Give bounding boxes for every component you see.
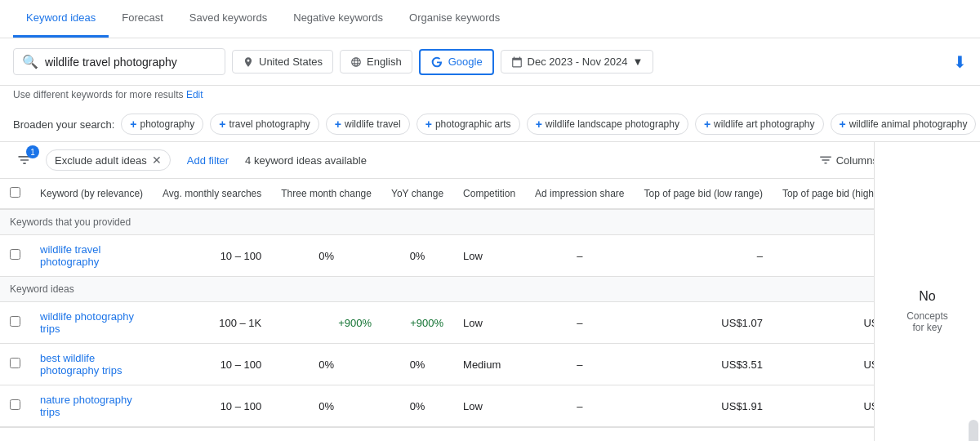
- section-provided-header: Keywords that you provided: [0, 209, 980, 235]
- row-checkbox-col[interactable]: [0, 385, 30, 427]
- three-month-cell: +900%: [271, 302, 381, 344]
- date-filter[interactable]: Dec 2023 - Nov 2024 ▼: [501, 50, 654, 74]
- header-bid-low[interactable]: Top of page bid (low range): [634, 179, 772, 209]
- chevron-down-icon: ▼: [632, 56, 643, 68]
- header-three-month[interactable]: Three month change: [271, 179, 381, 209]
- tab-organise-keywords[interactable]: Organise keywords: [396, 0, 513, 38]
- broaden-chip-label-6: wildlife animal photography: [849, 118, 968, 130]
- broaden-chip-0[interactable]: +photography: [121, 114, 203, 135]
- broaden-chip-label-3: photographic arts: [435, 118, 511, 130]
- keyword-cell: wildlife photography trips: [30, 302, 153, 344]
- calendar-icon: [511, 56, 523, 68]
- broaden-chip-5[interactable]: +wildlife art photography: [695, 114, 824, 135]
- yoy-cell: +900%: [381, 302, 453, 344]
- right-panel-title: No: [912, 289, 942, 304]
- plus-icon-0: +: [130, 118, 136, 131]
- plus-icon-6: +: [840, 118, 846, 131]
- top-nav: Keyword ideas Forecast Saved keywords Ne…: [0, 0, 980, 38]
- keyword-link[interactable]: wildlife photography trips: [40, 310, 134, 335]
- keyword-link[interactable]: wildlife travel photography: [40, 243, 100, 268]
- ad-impression-cell: –: [525, 385, 634, 427]
- right-panel-subtitle: Concepts for key: [900, 304, 955, 340]
- row-checkbox[interactable]: [10, 399, 20, 410]
- section-ideas-header: Keyword ideas: [0, 277, 980, 302]
- section-provided-label: Keywords that you provided: [0, 209, 980, 235]
- broaden-chip-2[interactable]: +wildlife travel: [326, 114, 410, 135]
- add-filter-button[interactable]: Add filter: [180, 151, 235, 170]
- download-button[interactable]: ⬇: [953, 52, 967, 72]
- google-icon: [430, 56, 443, 69]
- location-label: United States: [259, 56, 323, 68]
- broaden-chip-label-2: wildlife travel: [345, 118, 401, 130]
- broaden-chip-3[interactable]: +photographic arts: [416, 114, 520, 135]
- search-box[interactable]: 🔍: [13, 48, 225, 75]
- three-month-cell: 0%: [271, 344, 381, 385]
- columns-icon: [818, 153, 833, 167]
- header-keyword[interactable]: Keyword (by relevance): [30, 179, 153, 209]
- header-yoy[interactable]: YoY change: [381, 179, 453, 209]
- row-checkbox-col[interactable]: [0, 344, 30, 385]
- exclude-adult-close[interactable]: ✕: [152, 154, 162, 167]
- broaden-chip-label-1: travel photography: [229, 118, 310, 130]
- section-ideas-label: Keyword ideas: [0, 277, 980, 302]
- right-panel-text: for key: [912, 322, 942, 333]
- tab-forecast[interactable]: Forecast: [109, 0, 176, 38]
- table-container: Keyword (by relevance) Avg. monthly sear…: [0, 179, 980, 427]
- language-icon: [350, 56, 362, 68]
- table-row: wildlife photography trips 100 – 1K +900…: [0, 302, 980, 344]
- broaden-chip-1[interactable]: +travel photography: [210, 114, 319, 135]
- keyword-cell: nature photography trips: [30, 385, 153, 427]
- header-checkbox-col[interactable]: [0, 179, 30, 209]
- row-checkbox-col[interactable]: [0, 235, 30, 277]
- bid-low-cell: –: [634, 235, 772, 277]
- competition-cell: Low: [453, 385, 525, 427]
- row-checkbox-col[interactable]: [0, 302, 30, 344]
- header-competition[interactable]: Competition: [453, 179, 525, 209]
- tab-saved-keywords[interactable]: Saved keywords: [176, 0, 280, 38]
- right-panel-concepts: Concepts: [906, 310, 948, 322]
- competition-cell: Low: [453, 235, 525, 277]
- broaden-row: Broaden your search: +photography +trave…: [0, 107, 980, 142]
- columns-button[interactable]: Columns: [818, 153, 878, 167]
- header-avg-monthly[interactable]: Avg. monthly searches: [153, 179, 271, 209]
- language-label: English: [367, 56, 402, 68]
- hint-text: Use different keywords for more results: [13, 89, 184, 100]
- row-checkbox[interactable]: [10, 358, 20, 368]
- keyword-link[interactable]: best wildlife photography trips: [40, 352, 122, 376]
- row-checkbox[interactable]: [10, 316, 20, 327]
- row-checkbox[interactable]: [10, 249, 20, 260]
- broaden-chip-label-0: photography: [140, 118, 194, 130]
- keyword-cell: wildlife travel photography: [30, 235, 153, 277]
- tab-keyword-ideas[interactable]: Keyword ideas: [13, 0, 109, 38]
- filter-icon-badge: 1: [13, 149, 36, 172]
- keyword-cell: best wildlife photography trips: [30, 344, 153, 385]
- broaden-chip-label-4: wildlife landscape photography: [546, 118, 679, 130]
- plus-icon-2: +: [335, 118, 341, 131]
- three-month-cell: 0%: [271, 385, 381, 427]
- keyword-link[interactable]: nature photography trips: [40, 394, 132, 418]
- avg-monthly-cell: 10 – 100: [153, 385, 271, 427]
- search-input[interactable]: [45, 56, 208, 69]
- search-row: 🔍 United States English Google Dec 2023 …: [0, 38, 980, 86]
- competition-cell: Medium: [453, 344, 525, 385]
- yoy-cell: 0%: [381, 235, 453, 277]
- broaden-chip-6[interactable]: +wildlife animal photography: [831, 114, 977, 135]
- plus-icon-1: +: [219, 118, 225, 131]
- select-all-checkbox[interactable]: [10, 187, 20, 198]
- language-filter[interactable]: English: [340, 50, 412, 74]
- plus-icon-4: +: [536, 118, 542, 131]
- tab-negative-keywords[interactable]: Negative keywords: [280, 0, 396, 38]
- broaden-chip-4[interactable]: +wildlife landscape photography: [527, 114, 688, 135]
- three-month-cell: 0%: [271, 235, 381, 277]
- bid-low-cell: US$1.91: [634, 385, 772, 427]
- ad-impression-cell: –: [525, 235, 634, 277]
- panel-scroll-handle[interactable]: [969, 420, 978, 441]
- location-filter[interactable]: United States: [232, 50, 333, 74]
- header-ad-impression[interactable]: Ad impression share: [525, 179, 634, 209]
- network-filter[interactable]: Google: [419, 49, 494, 75]
- avg-monthly-cell: 10 – 100: [153, 235, 271, 277]
- right-panel: No Concepts for key: [874, 142, 980, 441]
- table-row: wildlife travel photography 10 – 100 0% …: [0, 235, 980, 277]
- edit-link[interactable]: Edit: [186, 89, 203, 100]
- bid-low-cell: US$3.51: [634, 344, 772, 385]
